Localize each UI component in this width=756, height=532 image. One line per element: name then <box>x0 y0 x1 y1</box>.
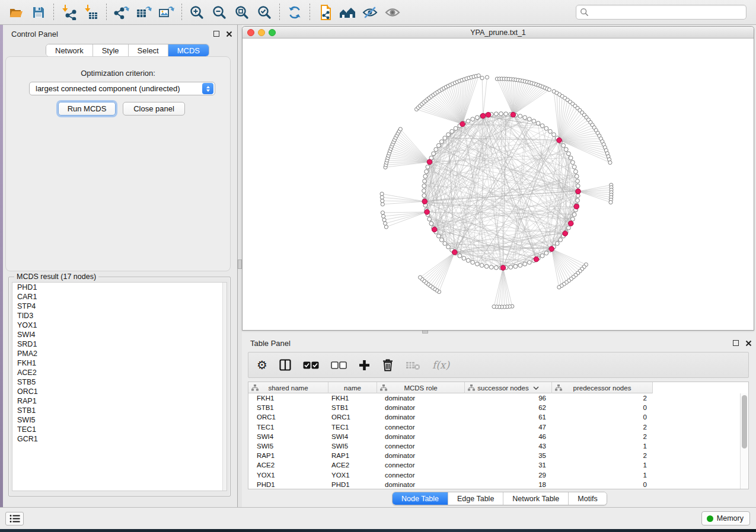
refresh-button[interactable] <box>283 2 306 23</box>
network-node[interactable] <box>436 234 441 238</box>
table-row[interactable]: STB1STB1dominator620 <box>248 403 741 412</box>
save-session-button[interactable] <box>27 2 50 23</box>
function-builder-button[interactable]: f(x) <box>432 356 449 374</box>
leaf-node[interactable] <box>381 203 384 206</box>
network-node[interactable] <box>562 143 566 148</box>
network-node[interactable] <box>494 265 498 270</box>
network-node[interactable] <box>475 116 479 120</box>
divider-grip[interactable] <box>238 259 242 269</box>
network-node[interactable] <box>548 129 552 133</box>
network-node[interactable] <box>523 116 527 120</box>
network-node[interactable] <box>527 260 531 264</box>
show-all-button[interactable] <box>336 2 359 23</box>
export-table-button[interactable] <box>133 2 155 23</box>
leaf-node[interactable] <box>480 76 484 80</box>
leaf-node[interactable] <box>382 214 385 218</box>
network-node[interactable] <box>574 169 578 174</box>
network-node[interactable] <box>425 169 429 174</box>
network-node[interactable] <box>504 112 508 116</box>
mcds-hub-node[interactable] <box>500 265 506 271</box>
mcds-result-item[interactable]: ORC1 <box>12 387 227 396</box>
leaf-node[interactable] <box>384 225 388 229</box>
table-row[interactable]: SWI4SWI4dominator462 <box>248 432 741 441</box>
network-node[interactable] <box>439 140 444 144</box>
network-node[interactable] <box>555 242 559 246</box>
network-node[interactable] <box>523 262 527 266</box>
network-graph-canvas[interactable] <box>243 39 754 330</box>
network-node[interactable] <box>423 179 427 183</box>
network-node[interactable] <box>509 265 513 270</box>
open-session-button[interactable] <box>5 2 27 23</box>
leaf-node[interactable] <box>381 211 384 214</box>
network-node[interactable] <box>471 260 475 264</box>
network-node[interactable] <box>480 264 484 268</box>
network-node[interactable] <box>423 174 428 178</box>
mcds-hub-node[interactable] <box>511 112 516 117</box>
mcds-result-item[interactable]: SRD1 <box>12 339 227 349</box>
network-node[interactable] <box>576 184 580 188</box>
column-header-shared-name[interactable]: shared name <box>248 382 328 393</box>
network-node[interactable] <box>428 217 432 221</box>
column-header-MCDS-role[interactable]: MCDS role <box>377 382 465 393</box>
criterion-select[interactable]: largest connected component (undirected) <box>29 82 215 95</box>
mcds-result-item[interactable]: TID3 <box>12 311 227 321</box>
mcds-result-item[interactable]: ACE2 <box>12 368 227 377</box>
network-node[interactable] <box>570 161 575 165</box>
mcds-hub-node[interactable] <box>549 246 554 252</box>
mcds-hub-node[interactable] <box>486 112 491 117</box>
mcds-result-item[interactable]: STP4 <box>12 302 227 311</box>
mcds-result-item[interactable]: RAP1 <box>12 396 227 406</box>
column-header-successor-nodes[interactable]: successor nodes <box>465 382 552 393</box>
mcds-list-scrollbar[interactable] <box>222 283 227 491</box>
network-node[interactable] <box>494 112 498 116</box>
delete-table-button[interactable] <box>406 356 420 374</box>
import-table-button[interactable] <box>80 2 103 23</box>
mcds-hub-node[interactable] <box>480 113 486 118</box>
show-hidden-button[interactable] <box>381 2 404 23</box>
run-mcds-button[interactable]: Run MCDS <box>58 102 116 116</box>
network-node[interactable] <box>527 117 531 121</box>
mcds-result-item[interactable]: STB1 <box>12 406 227 415</box>
mcds-hub-node[interactable] <box>422 199 428 204</box>
close-panel-button[interactable]: Close panel <box>123 102 185 116</box>
mcds-result-item[interactable]: YOX1 <box>12 321 227 330</box>
network-node[interactable] <box>489 265 493 270</box>
mcds-hub-node[interactable] <box>557 137 562 143</box>
network-node[interactable] <box>429 222 433 226</box>
table-scrollbar[interactable] <box>740 393 748 489</box>
mcds-result-item[interactable]: GCR1 <box>12 434 227 444</box>
delete-column-button[interactable] <box>382 356 394 374</box>
network-node[interactable] <box>432 152 436 156</box>
mcds-result-item[interactable]: CAR1 <box>12 292 227 302</box>
table-row[interactable]: TEC1TEC1connector472 <box>248 422 741 432</box>
table-row[interactable]: SWI5SWI5connector431 <box>248 441 741 451</box>
leaf-node[interactable] <box>381 199 384 203</box>
leaf-node[interactable] <box>382 218 386 222</box>
network-window-titlebar[interactable]: YPA_prune.txt_1 <box>243 27 754 39</box>
network-node[interactable] <box>466 119 470 123</box>
network-node[interactable] <box>532 119 536 123</box>
network-node[interactable] <box>569 156 573 160</box>
leaf-node[interactable] <box>608 161 612 164</box>
network-node[interactable] <box>540 254 544 258</box>
vertical-split-divider[interactable] <box>238 25 242 507</box>
table-row[interactable]: FKH1FKH1dominator962 <box>248 393 741 403</box>
network-node[interactable] <box>572 213 576 217</box>
mcds-result-item[interactable]: STB5 <box>12 377 227 387</box>
mcds-result-item[interactable]: PHD1 <box>12 283 227 292</box>
mcds-hub-node[interactable] <box>425 210 430 215</box>
table-row[interactable]: YOX1YOX1connector291 <box>248 470 741 480</box>
network-node[interactable] <box>513 264 518 268</box>
mcds-result-item[interactable]: FKH1 <box>12 358 227 368</box>
leaf-node[interactable] <box>557 286 561 289</box>
table-scrollbar-thumb[interactable] <box>742 395 747 448</box>
network-node[interactable] <box>422 189 426 193</box>
tab-node-table[interactable]: Node Table <box>393 492 448 505</box>
column-header-predecessor-nodes[interactable]: predecessor nodes <box>552 382 653 393</box>
deselect-all-button[interactable] <box>331 356 347 374</box>
network-node[interactable] <box>499 112 503 116</box>
mcds-result-item[interactable]: TEC1 <box>12 425 227 434</box>
table-row[interactable]: PHD1PHD1dominator180 <box>248 480 741 489</box>
leaf-node[interactable] <box>398 127 402 131</box>
tab-network[interactable]: Network <box>46 44 93 56</box>
